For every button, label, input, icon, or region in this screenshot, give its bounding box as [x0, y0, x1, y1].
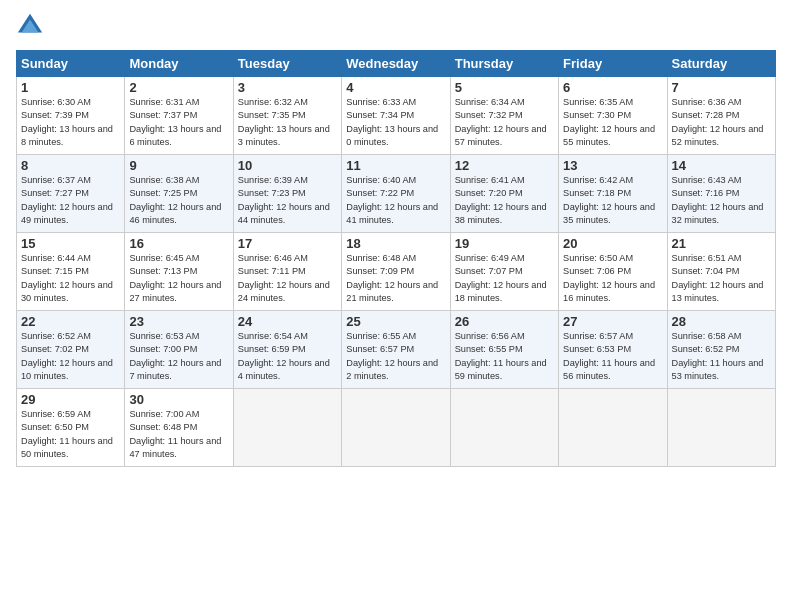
day-cell: [342, 389, 450, 467]
day-cell: 8 Sunrise: 6:37 AMSunset: 7:27 PMDayligh…: [17, 155, 125, 233]
day-cell: 18 Sunrise: 6:48 AMSunset: 7:09 PMDaylig…: [342, 233, 450, 311]
day-cell: 20 Sunrise: 6:50 AMSunset: 7:06 PMDaylig…: [559, 233, 667, 311]
day-info: Sunrise: 6:43 AMSunset: 7:16 PMDaylight:…: [672, 174, 771, 227]
day-cell: 21 Sunrise: 6:51 AMSunset: 7:04 PMDaylig…: [667, 233, 775, 311]
day-info: Sunrise: 6:34 AMSunset: 7:32 PMDaylight:…: [455, 96, 554, 149]
day-number: 30: [129, 392, 228, 407]
day-number: 1: [21, 80, 120, 95]
calendar-table: SundayMondayTuesdayWednesdayThursdayFrid…: [16, 50, 776, 467]
day-info: Sunrise: 6:49 AMSunset: 7:07 PMDaylight:…: [455, 252, 554, 305]
day-cell: [667, 389, 775, 467]
col-header-thursday: Thursday: [450, 51, 558, 77]
day-info: Sunrise: 6:44 AMSunset: 7:15 PMDaylight:…: [21, 252, 120, 305]
day-number: 27: [563, 314, 662, 329]
day-cell: [559, 389, 667, 467]
day-info: Sunrise: 6:39 AMSunset: 7:23 PMDaylight:…: [238, 174, 337, 227]
col-header-monday: Monday: [125, 51, 233, 77]
main-container: SundayMondayTuesdayWednesdayThursdayFrid…: [0, 0, 792, 475]
day-number: 14: [672, 158, 771, 173]
day-cell: 17 Sunrise: 6:46 AMSunset: 7:11 PMDaylig…: [233, 233, 341, 311]
day-info: Sunrise: 6:31 AMSunset: 7:37 PMDaylight:…: [129, 96, 228, 149]
day-number: 15: [21, 236, 120, 251]
day-cell: 14 Sunrise: 6:43 AMSunset: 7:16 PMDaylig…: [667, 155, 775, 233]
day-cell: 5 Sunrise: 6:34 AMSunset: 7:32 PMDayligh…: [450, 77, 558, 155]
week-row-3: 15 Sunrise: 6:44 AMSunset: 7:15 PMDaylig…: [17, 233, 776, 311]
day-cell: 1 Sunrise: 6:30 AMSunset: 7:39 PMDayligh…: [17, 77, 125, 155]
col-header-friday: Friday: [559, 51, 667, 77]
day-info: Sunrise: 6:41 AMSunset: 7:20 PMDaylight:…: [455, 174, 554, 227]
day-cell: 29 Sunrise: 6:59 AMSunset: 6:50 PMDaylig…: [17, 389, 125, 467]
day-info: Sunrise: 6:46 AMSunset: 7:11 PMDaylight:…: [238, 252, 337, 305]
day-cell: 22 Sunrise: 6:52 AMSunset: 7:02 PMDaylig…: [17, 311, 125, 389]
day-cell: 25 Sunrise: 6:55 AMSunset: 6:57 PMDaylig…: [342, 311, 450, 389]
day-info: Sunrise: 6:42 AMSunset: 7:18 PMDaylight:…: [563, 174, 662, 227]
day-info: Sunrise: 6:33 AMSunset: 7:34 PMDaylight:…: [346, 96, 445, 149]
logo-icon: [16, 12, 44, 40]
week-row-2: 8 Sunrise: 6:37 AMSunset: 7:27 PMDayligh…: [17, 155, 776, 233]
day-number: 11: [346, 158, 445, 173]
day-number: 19: [455, 236, 554, 251]
day-number: 22: [21, 314, 120, 329]
day-cell: 7 Sunrise: 6:36 AMSunset: 7:28 PMDayligh…: [667, 77, 775, 155]
day-cell: 10 Sunrise: 6:39 AMSunset: 7:23 PMDaylig…: [233, 155, 341, 233]
header: [16, 12, 776, 40]
day-number: 4: [346, 80, 445, 95]
day-cell: 3 Sunrise: 6:32 AMSunset: 7:35 PMDayligh…: [233, 77, 341, 155]
day-number: 25: [346, 314, 445, 329]
day-info: Sunrise: 6:36 AMSunset: 7:28 PMDaylight:…: [672, 96, 771, 149]
col-header-sunday: Sunday: [17, 51, 125, 77]
day-cell: 2 Sunrise: 6:31 AMSunset: 7:37 PMDayligh…: [125, 77, 233, 155]
week-row-4: 22 Sunrise: 6:52 AMSunset: 7:02 PMDaylig…: [17, 311, 776, 389]
day-number: 2: [129, 80, 228, 95]
day-cell: [450, 389, 558, 467]
day-cell: 4 Sunrise: 6:33 AMSunset: 7:34 PMDayligh…: [342, 77, 450, 155]
day-info: Sunrise: 6:55 AMSunset: 6:57 PMDaylight:…: [346, 330, 445, 383]
day-number: 7: [672, 80, 771, 95]
day-info: Sunrise: 6:54 AMSunset: 6:59 PMDaylight:…: [238, 330, 337, 383]
day-info: Sunrise: 6:53 AMSunset: 7:00 PMDaylight:…: [129, 330, 228, 383]
day-number: 28: [672, 314, 771, 329]
day-info: Sunrise: 6:52 AMSunset: 7:02 PMDaylight:…: [21, 330, 120, 383]
day-info: Sunrise: 6:32 AMSunset: 7:35 PMDaylight:…: [238, 96, 337, 149]
day-info: Sunrise: 6:35 AMSunset: 7:30 PMDaylight:…: [563, 96, 662, 149]
day-number: 29: [21, 392, 120, 407]
day-number: 16: [129, 236, 228, 251]
day-number: 6: [563, 80, 662, 95]
col-header-tuesday: Tuesday: [233, 51, 341, 77]
day-number: 21: [672, 236, 771, 251]
week-row-5: 29 Sunrise: 6:59 AMSunset: 6:50 PMDaylig…: [17, 389, 776, 467]
day-number: 8: [21, 158, 120, 173]
day-cell: 16 Sunrise: 6:45 AMSunset: 7:13 PMDaylig…: [125, 233, 233, 311]
day-info: Sunrise: 6:51 AMSunset: 7:04 PMDaylight:…: [672, 252, 771, 305]
day-cell: 23 Sunrise: 6:53 AMSunset: 7:00 PMDaylig…: [125, 311, 233, 389]
day-info: Sunrise: 6:57 AMSunset: 6:53 PMDaylight:…: [563, 330, 662, 383]
day-number: 12: [455, 158, 554, 173]
day-info: Sunrise: 6:40 AMSunset: 7:22 PMDaylight:…: [346, 174, 445, 227]
day-info: Sunrise: 6:37 AMSunset: 7:27 PMDaylight:…: [21, 174, 120, 227]
day-number: 10: [238, 158, 337, 173]
day-cell: 12 Sunrise: 6:41 AMSunset: 7:20 PMDaylig…: [450, 155, 558, 233]
day-cell: 30 Sunrise: 7:00 AMSunset: 6:48 PMDaylig…: [125, 389, 233, 467]
day-info: Sunrise: 6:30 AMSunset: 7:39 PMDaylight:…: [21, 96, 120, 149]
day-number: 18: [346, 236, 445, 251]
day-number: 3: [238, 80, 337, 95]
day-cell: 26 Sunrise: 6:56 AMSunset: 6:55 PMDaylig…: [450, 311, 558, 389]
day-cell: 15 Sunrise: 6:44 AMSunset: 7:15 PMDaylig…: [17, 233, 125, 311]
day-cell: 27 Sunrise: 6:57 AMSunset: 6:53 PMDaylig…: [559, 311, 667, 389]
day-cell: 11 Sunrise: 6:40 AMSunset: 7:22 PMDaylig…: [342, 155, 450, 233]
day-cell: 9 Sunrise: 6:38 AMSunset: 7:25 PMDayligh…: [125, 155, 233, 233]
day-info: Sunrise: 7:00 AMSunset: 6:48 PMDaylight:…: [129, 408, 228, 461]
day-info: Sunrise: 6:58 AMSunset: 6:52 PMDaylight:…: [672, 330, 771, 383]
day-cell: 6 Sunrise: 6:35 AMSunset: 7:30 PMDayligh…: [559, 77, 667, 155]
day-cell: 24 Sunrise: 6:54 AMSunset: 6:59 PMDaylig…: [233, 311, 341, 389]
day-info: Sunrise: 6:38 AMSunset: 7:25 PMDaylight:…: [129, 174, 228, 227]
day-info: Sunrise: 6:56 AMSunset: 6:55 PMDaylight:…: [455, 330, 554, 383]
day-number: 17: [238, 236, 337, 251]
day-number: 26: [455, 314, 554, 329]
day-info: Sunrise: 6:48 AMSunset: 7:09 PMDaylight:…: [346, 252, 445, 305]
day-cell: 13 Sunrise: 6:42 AMSunset: 7:18 PMDaylig…: [559, 155, 667, 233]
day-info: Sunrise: 6:50 AMSunset: 7:06 PMDaylight:…: [563, 252, 662, 305]
day-cell: [233, 389, 341, 467]
day-info: Sunrise: 6:59 AMSunset: 6:50 PMDaylight:…: [21, 408, 120, 461]
day-cell: 19 Sunrise: 6:49 AMSunset: 7:07 PMDaylig…: [450, 233, 558, 311]
